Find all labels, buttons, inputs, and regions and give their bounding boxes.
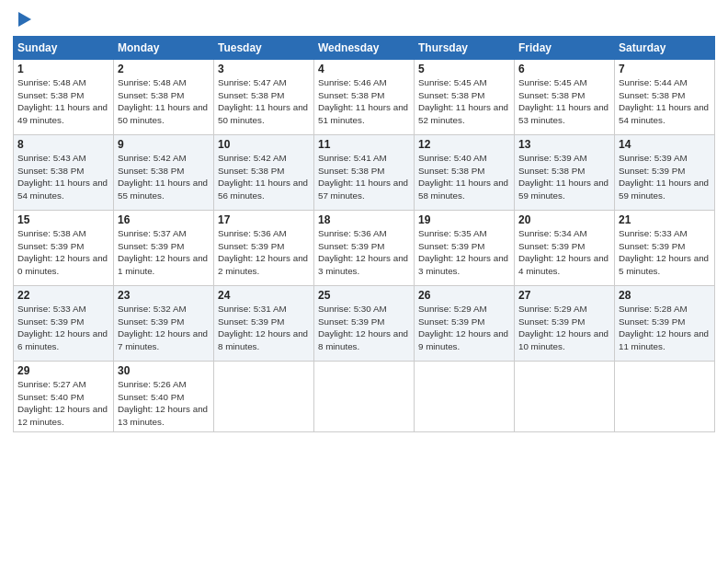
day-info: Sunrise: 5:39 AM Sunset: 5:39 PM Dayligh… <box>619 152 711 202</box>
calendar-cell: 22 Sunrise: 5:33 AM Sunset: 5:39 PM Dayl… <box>14 285 114 361</box>
day-number: 10 <box>218 138 310 151</box>
calendar-header-row: SundayMondayTuesdayWednesdayThursdayFrid… <box>14 36 715 59</box>
day-info: Sunrise: 5:42 AM Sunset: 5:38 PM Dayligh… <box>118 152 210 202</box>
calendar-cell: 21 Sunrise: 5:33 AM Sunset: 5:39 PM Dayl… <box>615 210 715 285</box>
day-info: Sunrise: 5:29 AM Sunset: 5:39 PM Dayligh… <box>518 303 610 353</box>
day-number: 19 <box>418 213 510 226</box>
day-number: 11 <box>318 138 410 151</box>
calendar-cell: 26 Sunrise: 5:29 AM Sunset: 5:39 PM Dayl… <box>415 285 515 361</box>
day-info: Sunrise: 5:28 AM Sunset: 5:39 PM Dayligh… <box>619 303 711 353</box>
weekday-header-wednesday: Wednesday <box>314 36 415 59</box>
day-info: Sunrise: 5:40 AM Sunset: 5:38 PM Dayligh… <box>418 152 510 202</box>
calendar-cell: 9 Sunrise: 5:42 AM Sunset: 5:38 PM Dayli… <box>114 134 214 210</box>
day-info: Sunrise: 5:35 AM Sunset: 5:39 PM Dayligh… <box>418 227 510 278</box>
calendar-cell: 29 Sunrise: 5:27 AM Sunset: 5:40 PM Dayl… <box>14 361 114 431</box>
day-info: Sunrise: 5:31 AM Sunset: 5:39 PM Dayligh… <box>218 303 310 353</box>
day-info: Sunrise: 5:48 AM Sunset: 5:38 PM Dayligh… <box>118 76 210 127</box>
day-number: 3 <box>218 63 310 75</box>
calendar-cell: 13 Sunrise: 5:39 AM Sunset: 5:38 PM Dayl… <box>515 134 615 210</box>
weekday-header-sunday: Sunday <box>14 36 114 59</box>
day-number: 26 <box>418 289 510 302</box>
day-info: Sunrise: 5:43 AM Sunset: 5:38 PM Dayligh… <box>17 152 109 202</box>
logo-icon <box>15 10 35 30</box>
calendar-week-row: 22 Sunrise: 5:33 AM Sunset: 5:39 PM Dayl… <box>14 285 715 361</box>
header <box>13 9 715 30</box>
day-number: 12 <box>418 138 510 151</box>
day-number: 15 <box>17 213 109 226</box>
day-number: 5 <box>418 63 510 75</box>
day-info: Sunrise: 5:44 AM Sunset: 5:38 PM Dayligh… <box>619 76 711 127</box>
day-info: Sunrise: 5:36 AM Sunset: 5:39 PM Dayligh… <box>318 227 410 278</box>
calendar-cell: 1 Sunrise: 5:48 AM Sunset: 5:38 PM Dayli… <box>14 59 114 134</box>
calendar-cell <box>314 361 415 431</box>
day-info: Sunrise: 5:30 AM Sunset: 5:39 PM Dayligh… <box>318 303 410 353</box>
calendar-cell: 8 Sunrise: 5:43 AM Sunset: 5:38 PM Dayli… <box>14 134 114 210</box>
calendar-cell <box>214 361 314 431</box>
day-info: Sunrise: 5:37 AM Sunset: 5:39 PM Dayligh… <box>118 227 210 278</box>
day-number: 17 <box>218 213 310 226</box>
calendar-cell: 27 Sunrise: 5:29 AM Sunset: 5:39 PM Dayl… <box>515 285 615 361</box>
calendar-cell: 20 Sunrise: 5:34 AM Sunset: 5:39 PM Dayl… <box>515 210 615 285</box>
calendar-table: SundayMondayTuesdayWednesdayThursdayFrid… <box>13 36 715 432</box>
logo <box>13 9 37 30</box>
calendar-cell: 14 Sunrise: 5:39 AM Sunset: 5:39 PM Dayl… <box>615 134 715 210</box>
weekday-header-friday: Friday <box>515 36 615 59</box>
day-number: 7 <box>619 63 711 75</box>
day-info: Sunrise: 5:39 AM Sunset: 5:38 PM Dayligh… <box>518 152 610 202</box>
day-number: 21 <box>619 213 711 226</box>
day-number: 1 <box>17 63 109 75</box>
calendar-cell: 2 Sunrise: 5:48 AM Sunset: 5:38 PM Dayli… <box>114 59 214 134</box>
day-info: Sunrise: 5:47 AM Sunset: 5:38 PM Dayligh… <box>218 76 310 127</box>
day-number: 30 <box>118 364 210 377</box>
svg-marker-0 <box>18 12 31 27</box>
calendar-cell: 12 Sunrise: 5:40 AM Sunset: 5:38 PM Dayl… <box>415 134 515 210</box>
calendar-cell: 7 Sunrise: 5:44 AM Sunset: 5:38 PM Dayli… <box>615 59 715 134</box>
day-number: 25 <box>318 289 410 302</box>
day-number: 4 <box>318 63 410 75</box>
calendar-cell: 18 Sunrise: 5:36 AM Sunset: 5:39 PM Dayl… <box>314 210 415 285</box>
calendar-cell <box>615 361 715 431</box>
day-number: 14 <box>619 138 711 151</box>
calendar-cell: 5 Sunrise: 5:45 AM Sunset: 5:38 PM Dayli… <box>415 59 515 134</box>
weekday-header-thursday: Thursday <box>415 36 515 59</box>
calendar-cell <box>515 361 615 431</box>
logo-text <box>13 9 35 30</box>
day-info: Sunrise: 5:41 AM Sunset: 5:38 PM Dayligh… <box>318 152 410 202</box>
day-number: 24 <box>218 289 310 302</box>
day-info: Sunrise: 5:38 AM Sunset: 5:39 PM Dayligh… <box>17 227 109 278</box>
weekday-header-saturday: Saturday <box>615 36 715 59</box>
day-number: 6 <box>518 63 610 75</box>
calendar-week-row: 15 Sunrise: 5:38 AM Sunset: 5:39 PM Dayl… <box>14 210 715 285</box>
day-info: Sunrise: 5:45 AM Sunset: 5:38 PM Dayligh… <box>418 76 510 127</box>
day-number: 2 <box>118 63 210 75</box>
day-number: 16 <box>118 213 210 226</box>
calendar-cell: 4 Sunrise: 5:46 AM Sunset: 5:38 PM Dayli… <box>314 59 415 134</box>
day-info: Sunrise: 5:48 AM Sunset: 5:38 PM Dayligh… <box>17 76 109 127</box>
calendar-cell: 16 Sunrise: 5:37 AM Sunset: 5:39 PM Dayl… <box>114 210 214 285</box>
calendar-cell: 11 Sunrise: 5:41 AM Sunset: 5:38 PM Dayl… <box>314 134 415 210</box>
calendar-cell: 25 Sunrise: 5:30 AM Sunset: 5:39 PM Dayl… <box>314 285 415 361</box>
weekday-header-tuesday: Tuesday <box>214 36 314 59</box>
day-info: Sunrise: 5:29 AM Sunset: 5:39 PM Dayligh… <box>418 303 510 353</box>
weekday-header-monday: Monday <box>114 36 214 59</box>
day-number: 20 <box>518 213 610 226</box>
day-number: 27 <box>518 289 610 302</box>
calendar-cell: 19 Sunrise: 5:35 AM Sunset: 5:39 PM Dayl… <box>415 210 515 285</box>
day-info: Sunrise: 5:46 AM Sunset: 5:38 PM Dayligh… <box>318 76 410 127</box>
day-number: 28 <box>619 289 711 302</box>
calendar-cell: 3 Sunrise: 5:47 AM Sunset: 5:38 PM Dayli… <box>214 59 314 134</box>
day-info: Sunrise: 5:33 AM Sunset: 5:39 PM Dayligh… <box>619 227 711 278</box>
day-number: 8 <box>17 138 109 151</box>
day-info: Sunrise: 5:36 AM Sunset: 5:39 PM Dayligh… <box>218 227 310 278</box>
calendar-week-row: 8 Sunrise: 5:43 AM Sunset: 5:38 PM Dayli… <box>14 134 715 210</box>
day-info: Sunrise: 5:33 AM Sunset: 5:39 PM Dayligh… <box>17 303 109 353</box>
day-number: 23 <box>118 289 210 302</box>
day-number: 13 <box>518 138 610 151</box>
day-info: Sunrise: 5:26 AM Sunset: 5:40 PM Dayligh… <box>118 378 210 429</box>
calendar-cell: 10 Sunrise: 5:42 AM Sunset: 5:38 PM Dayl… <box>214 134 314 210</box>
calendar-cell: 17 Sunrise: 5:36 AM Sunset: 5:39 PM Dayl… <box>214 210 314 285</box>
calendar-week-row: 1 Sunrise: 5:48 AM Sunset: 5:38 PM Dayli… <box>14 59 715 134</box>
day-info: Sunrise: 5:42 AM Sunset: 5:38 PM Dayligh… <box>218 152 310 202</box>
calendar-cell <box>415 361 515 431</box>
day-info: Sunrise: 5:27 AM Sunset: 5:40 PM Dayligh… <box>17 378 109 429</box>
